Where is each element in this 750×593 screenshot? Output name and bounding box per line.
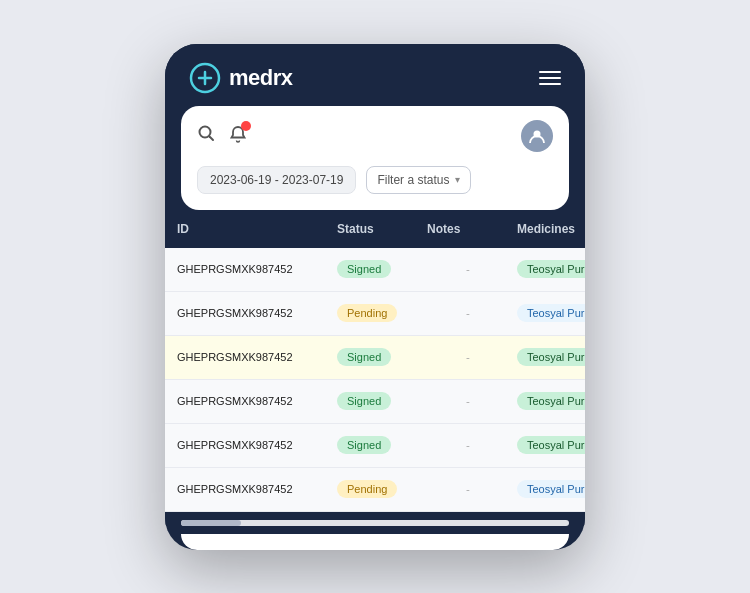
top-bar xyxy=(197,120,553,152)
status-pill: Signed xyxy=(337,348,391,366)
bottom-pad xyxy=(181,534,569,550)
app-name: medrx xyxy=(229,65,293,91)
medicine-pill: Teosyal Puresense xyxy=(517,436,585,454)
scrollbar-thumb xyxy=(181,520,241,526)
app-header: medrx xyxy=(165,44,585,106)
col-status: Status xyxy=(333,220,423,238)
cell-status: Pending xyxy=(333,470,423,508)
medicine-pill: Teosyal Puresense xyxy=(517,392,585,410)
table-row[interactable]: GHEPRGSMXK987452 Pending - Teosyal Pures… xyxy=(165,468,585,512)
cell-medicine: Teosyal Puresense xyxy=(513,338,585,376)
table-wrapper: ID Status Notes Medicines Dispensed Acti… xyxy=(165,210,585,512)
logo-area: medrx xyxy=(189,62,293,94)
cell-medicine: Teosyal Puresense xyxy=(513,470,585,508)
cell-medicine: Teosyal Puresense xyxy=(513,294,585,332)
svg-line-4 xyxy=(210,137,214,141)
avatar[interactable] xyxy=(521,120,553,152)
cell-notes: - xyxy=(423,385,513,417)
cell-medicine: Teosyal Puresense xyxy=(513,382,585,420)
table-body: GHEPRGSMXK987452 Signed - Teosyal Purese… xyxy=(165,248,585,512)
cell-notes: - xyxy=(423,253,513,285)
medicine-pill: Teosyal Puresense xyxy=(517,348,585,366)
status-pill: Signed xyxy=(337,260,391,278)
cell-medicine: Teosyal Puresense xyxy=(513,426,585,464)
cell-notes: - xyxy=(423,473,513,505)
scrollbar[interactable] xyxy=(181,520,569,526)
cell-id: GHEPRGSMXK987452 xyxy=(173,473,333,505)
status-pill: Signed xyxy=(337,436,391,454)
table-row[interactable]: GHEPRGSMXK987452 Signed - Teosyal Purese… xyxy=(165,380,585,424)
search-icon[interactable] xyxy=(197,124,215,147)
notification-badge xyxy=(241,121,251,131)
medicine-pill: Teosyal Puresense xyxy=(517,480,585,498)
table-row[interactable]: GHEPRGSMXK987452 Pending - Teosyal Pures… xyxy=(165,292,585,336)
cell-notes: - xyxy=(423,429,513,461)
table-row[interactable]: GHEPRGSMXK987452 Signed - Teosyal Purese… xyxy=(165,424,585,468)
medicine-pill: Teosyal Puresense xyxy=(517,304,585,322)
cell-notes: - xyxy=(423,297,513,329)
col-notes: Notes xyxy=(423,220,513,238)
cell-status: Signed xyxy=(333,382,423,420)
table-header: ID Status Notes Medicines Dispensed Acti… xyxy=(165,210,585,248)
cell-medicine: Teosyal Puresense xyxy=(513,250,585,288)
cell-notes: - xyxy=(423,341,513,373)
filter-status-dropdown[interactable]: Filter a status ▾ xyxy=(366,166,471,194)
cell-status: Signed xyxy=(333,338,423,376)
table-row[interactable]: GHEPRGSMXK987452 Signed - Teosyal Purese… xyxy=(165,336,585,380)
cell-status: Signed xyxy=(333,250,423,288)
medicine-pill: Teosyal Puresense xyxy=(517,260,585,278)
hamburger-icon[interactable] xyxy=(539,71,561,85)
cell-status: Signed xyxy=(333,426,423,464)
left-icons xyxy=(197,124,247,147)
phone-frame: medrx xyxy=(165,44,585,550)
filter-label: Filter a status xyxy=(377,173,449,187)
table-section: ID Status Notes Medicines Dispensed Acti… xyxy=(165,210,585,526)
table-row[interactable]: GHEPRGSMXK987452 Signed - Teosyal Purese… xyxy=(165,248,585,292)
col-id: ID xyxy=(173,220,333,238)
notification-bell[interactable] xyxy=(229,125,247,147)
status-pill: Signed xyxy=(337,392,391,410)
col-medicines: Medicines xyxy=(513,220,585,238)
cell-id: GHEPRGSMXK987452 xyxy=(173,253,333,285)
cell-id: GHEPRGSMXK987452 xyxy=(173,341,333,373)
date-range-badge: 2023-06-19 - 2023-07-19 xyxy=(197,166,356,194)
status-pill: Pending xyxy=(337,304,397,322)
filter-row: 2023-06-19 - 2023-07-19 Filter a status … xyxy=(197,166,553,194)
logo-icon xyxy=(189,62,221,94)
cell-id: GHEPRGSMXK987452 xyxy=(173,297,333,329)
cell-status: Pending xyxy=(333,294,423,332)
chevron-down-icon: ▾ xyxy=(455,174,460,185)
status-pill: Pending xyxy=(337,480,397,498)
cell-id: GHEPRGSMXK987452 xyxy=(173,429,333,461)
cell-id: GHEPRGSMXK987452 xyxy=(173,385,333,417)
main-card: 2023-06-19 - 2023-07-19 Filter a status … xyxy=(181,106,569,210)
